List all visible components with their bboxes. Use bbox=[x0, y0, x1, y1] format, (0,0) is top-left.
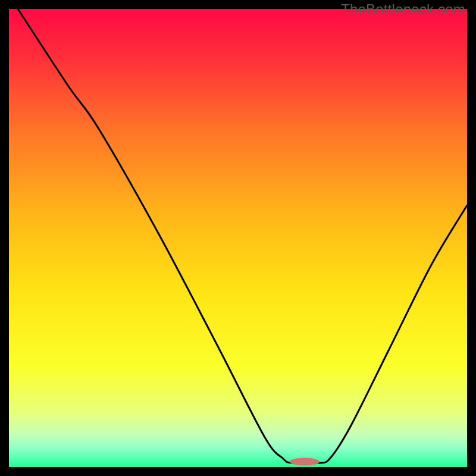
optimal-marker bbox=[290, 458, 320, 466]
chart-background bbox=[9, 9, 467, 467]
watermark-text: TheBottleneck.com bbox=[341, 1, 465, 18]
bottleneck-chart bbox=[9, 9, 467, 467]
